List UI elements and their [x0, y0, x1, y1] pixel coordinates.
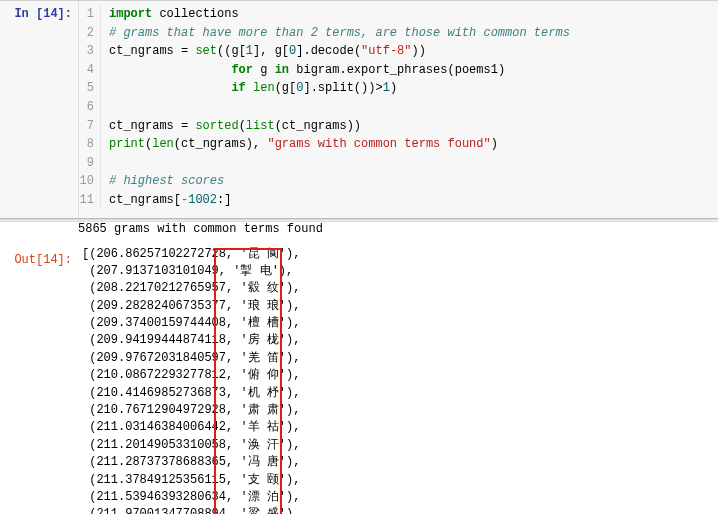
code-editor[interactable]: 1234567891011 import collections # grams…: [78, 1, 718, 218]
stdout-text: 5865 grams with common terms found: [0, 222, 718, 242]
input-cell: In [14]: 1234567891011 import collection…: [0, 0, 718, 218]
result-text: [(206.86257102272728, '昆 阆'), (207.91371…: [78, 246, 300, 514]
result-wrap: [(206.86257102272728, '昆 阆'), (207.91371…: [78, 246, 300, 514]
code-content[interactable]: import collections # grams that have mor…: [101, 5, 718, 210]
in-prompt: In [14]:: [0, 1, 78, 218]
output-result: Out[14]: [(206.86257102272728, '昆 阆'), (…: [0, 242, 718, 514]
out-prompt: Out[14]:: [0, 246, 78, 514]
line-number-gutter: 1234567891011: [79, 5, 101, 210]
